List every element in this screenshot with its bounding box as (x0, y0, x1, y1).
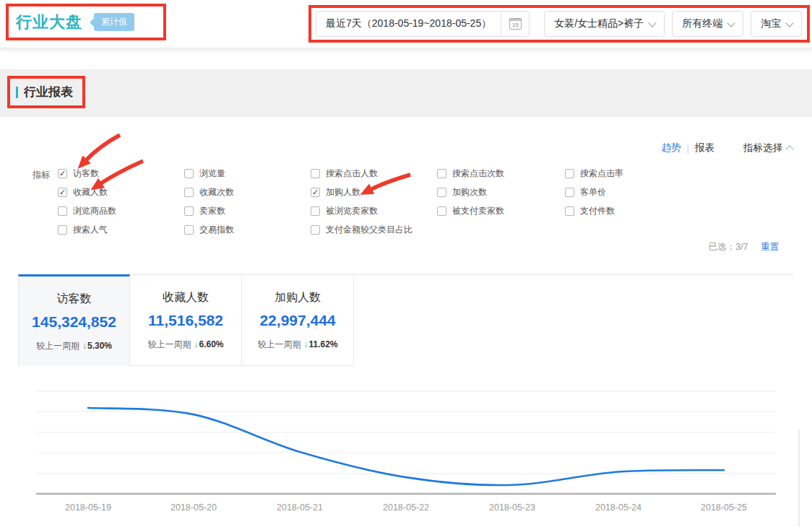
x-axis-tick-label: 2018-05-19 (65, 502, 111, 513)
section-band (0, 69, 812, 117)
checkbox-icon[interactable] (184, 225, 194, 235)
checkbox-icon[interactable] (311, 225, 320, 235)
metric-column: 浏览量收藏次数卖家数交易指数 (184, 168, 234, 243)
summary-tab-active[interactable]: 访客数145,324,852较上一周期↓5.30% (18, 274, 130, 366)
checkbox-icon[interactable] (58, 225, 67, 235)
checkbox-icon[interactable] (565, 169, 574, 178)
report-view-link[interactable]: 报表 (695, 141, 714, 154)
checkbox-icon[interactable] (184, 206, 194, 216)
metric-checkbox-row[interactable]: 搜索点击率 (565, 168, 623, 178)
metric-picker-label: 指标 (33, 169, 50, 181)
checkbox-icon[interactable] (437, 169, 446, 178)
metric-checkbox-row[interactable]: 搜索点击次数 (437, 168, 504, 178)
metric-checkbox-row[interactable]: 支付件数 (565, 206, 623, 216)
trend-chart: 2018-05-192018-05-202018-05-212018-05-22… (0, 372, 812, 527)
metric-checkbox-label: 访客数 (73, 167, 99, 180)
checkbox-icon[interactable] (437, 188, 446, 197)
cumulative-badge: 累计值 (94, 13, 134, 31)
terminal-selector[interactable]: 所有终端 (672, 11, 743, 37)
metric-checkbox-row[interactable]: ✓收藏人数 (58, 187, 116, 197)
tab-metric-value: 22,997,444 (242, 312, 353, 329)
trend-down-icon: ↓ (303, 339, 308, 349)
metric-checkbox-label: 浏览量 (199, 167, 225, 180)
tab-compare-label: 较上一周期 (36, 341, 79, 351)
tab-compare-row: 较上一周期↓6.60% (130, 339, 241, 351)
chevron-up-icon (785, 145, 793, 153)
checkbox-checked-icon[interactable]: ✓ (311, 188, 320, 197)
metric-checkbox-label: 搜索点击次数 (452, 167, 504, 180)
checkbox-icon[interactable] (565, 206, 574, 216)
tab-compare-row: 较上一周期↓11.62% (242, 339, 353, 351)
tab-compare-row: 较上一周期↓5.30% (19, 340, 129, 352)
metric-checkbox-row[interactable]: 加购次数 (437, 187, 504, 197)
checkbox-icon[interactable] (184, 169, 194, 178)
checkbox-checked-icon[interactable]: ✓ (58, 188, 67, 197)
trend-down-icon: ↓ (82, 341, 87, 351)
metric-checkbox-row[interactable]: 收藏次数 (184, 187, 234, 197)
summary-tabs: 访客数145,324,852较上一周期↓5.30%收藏人数11,516,582较… (18, 274, 794, 366)
metric-checkbox-label: 搜索人气 (73, 224, 108, 236)
metric-checkbox-row[interactable]: 卖家数 (184, 206, 234, 216)
metric-checkbox-row[interactable]: 被浏览卖家数 (311, 206, 413, 216)
annotation-box-filters: 最近7天（2018-05-19~2018-05-25） 15 女装/女士精品>裤… (308, 5, 810, 43)
view-toolbar: 趋势 | 报表 指标选择 (661, 141, 792, 154)
tab-metric-label: 加购人数 (242, 290, 353, 305)
metric-checkbox-row[interactable]: 浏览商品数 (58, 206, 116, 216)
selected-summary-row: 已选：3/7 重置 (709, 241, 779, 253)
metric-checkbox-row[interactable]: 搜索人气 (58, 225, 116, 235)
annotation-box-title: 行业大盘 累计值 (6, 4, 166, 40)
checkbox-icon[interactable] (565, 188, 574, 197)
checkbox-icon[interactable] (311, 206, 320, 216)
checkbox-checked-icon[interactable]: ✓ (58, 169, 67, 178)
checkbox-icon[interactable] (437, 206, 446, 216)
section-title: 行业报表 (24, 84, 73, 100)
metric-checkbox-label: 收藏次数 (199, 186, 234, 199)
summary-tab-inactive[interactable]: 加购人数22,997,444较上一周期↓11.62% (242, 275, 354, 366)
chevron-down-icon (786, 19, 794, 27)
x-axis-tick-label: 2018-05-20 (170, 502, 217, 513)
metric-checkbox-row[interactable]: 被支付卖家数 (437, 206, 504, 216)
divider: | (686, 143, 689, 154)
trend-view-link[interactable]: 趋势 (661, 141, 681, 154)
annotation-box-section: 行业报表 (7, 76, 85, 108)
tab-change-percent: 6.60% (199, 339, 223, 349)
checkbox-icon[interactable] (184, 188, 194, 197)
metric-checkbox-row[interactable]: 搜索点击人数 (311, 168, 413, 178)
section-tick-bar (16, 87, 18, 98)
x-axis-tick-label: 2018-05-24 (595, 502, 642, 513)
line-chart: 2018-05-192018-05-202018-05-212018-05-22… (0, 372, 812, 527)
metric-checkbox-row[interactable]: 交易指数 (184, 225, 234, 235)
metric-checkbox-row[interactable]: ✓加购人数 (311, 187, 413, 197)
chevron-down-icon (727, 19, 735, 27)
metric-checkbox-label: 收藏人数 (73, 186, 108, 199)
metric-column: 搜索点击人数✓加购人数被浏览卖家数支付金额较父类目占比 (311, 168, 413, 243)
metric-column: ✓访客数✓收藏人数浏览商品数搜索人气 (58, 168, 116, 243)
date-range-selector[interactable]: 最近7天（2018-05-19~2018-05-25） 15 (316, 11, 530, 37)
metric-checkbox-label: 卖家数 (199, 205, 225, 217)
page-title: 行业大盘 (16, 12, 82, 33)
metric-checkbox-label: 搜索点击人数 (326, 167, 378, 180)
metric-checkbox-row[interactable]: ✓访客数 (58, 168, 116, 178)
calendar-icon[interactable]: 15 (501, 18, 529, 30)
platform-selector[interactable]: 淘宝 (751, 11, 802, 37)
metric-column: 搜索点击次数加购次数被支付卖家数 (437, 168, 504, 225)
summary-tab-inactive[interactable]: 收藏人数11,516,582较上一周期↓6.60% (130, 275, 242, 366)
metric-column: 搜索点击率客单价支付件数 (565, 168, 623, 225)
category-label: 女装/女士精品>裤子 (545, 17, 644, 30)
metric-checkbox-label: 客单价 (580, 186, 606, 199)
category-selector[interactable]: 女装/女士精品>裤子 (544, 11, 665, 37)
metric-checkbox-row[interactable]: 浏览量 (184, 168, 234, 178)
trend-down-icon: ↓ (194, 339, 198, 349)
chevron-down-icon (649, 19, 657, 27)
metric-checkbox-row[interactable]: 客单价 (565, 187, 623, 197)
checkbox-icon[interactable] (311, 169, 320, 178)
tab-metric-label: 访客数 (19, 292, 129, 307)
reset-link[interactable]: 重置 (761, 242, 779, 252)
metric-checkbox-label: 支付件数 (580, 205, 615, 217)
metric-checkbox-label: 被浏览卖家数 (326, 205, 378, 217)
metric-select-toggle[interactable]: 指标选择 (743, 141, 782, 154)
metric-checkbox-row[interactable]: 支付金额较父类目占比 (311, 225, 413, 235)
top-header: 行业大盘 累计值 最近7天（2018-05-19~2018-05-25） 15 … (0, 0, 812, 48)
x-axis-tick-label: 2018-05-25 (701, 502, 747, 513)
checkbox-icon[interactable] (58, 206, 67, 216)
